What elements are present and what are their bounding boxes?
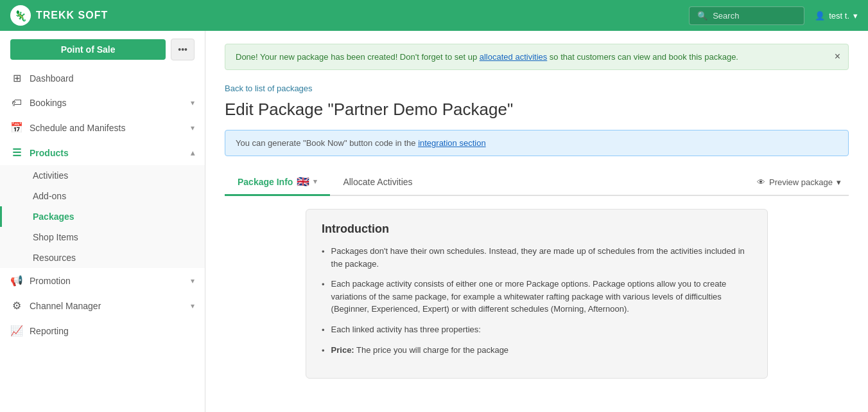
sidebar-subitem-addons[interactable]: Add-ons [0,186,205,206]
sidebar-subitem-shopitems[interactable]: Shop Items [0,227,205,247]
back-link[interactable]: Back to list of packages [225,84,313,93]
subitem-addons-label: Add-ons [33,191,66,201]
subitem-activities-label: Activities [33,170,68,181]
user-menu[interactable]: 👤 test t. ▾ [815,11,858,21]
tabs-bar: Package Info 🇬🇧 ▾ Allocate Activities 👁 … [225,169,849,196]
intro-item-3: Each linked activity has three propertie… [322,323,752,337]
search-box[interactable]: 🔍 Search [689,6,804,25]
products-chevron-icon: ▴ [191,148,195,157]
dashboard-icon: ⊞ [10,72,23,84]
intro-item-2: Each package activity consists of either… [322,278,752,316]
sidebar-item-reporting-label: Reporting [30,326,69,336]
content-area: Done! Your new package has been created!… [205,31,868,412]
channel-manager-icon: ⚙ [10,300,23,312]
intro-title: Introduction [322,222,752,236]
tabs-left: Package Info 🇬🇧 ▾ Allocate Activities [225,169,426,195]
page-title: Edit Package "Partner Demo Package" [225,100,849,120]
sidebar-item-reporting-left: 📈 Reporting [10,325,69,337]
intro-item-1: Packages don't have their own schedules.… [322,245,752,270]
integration-section-link[interactable]: integration section [418,138,486,148]
tab-allocate-activities[interactable]: Allocate Activities [330,169,425,196]
promotion-icon: 📢 [10,274,23,287]
sidebar-item-promotion-label: Promotion [30,276,71,286]
introduction-box: Introduction Packages don't have their o… [306,209,768,379]
sidebar-subitem-resources[interactable]: Resources [0,247,205,268]
search-label: Search [713,11,739,21]
products-submenu: Activities Add-ons Packages Shop Items R… [0,165,205,268]
main-layout: Point of Sale ••• ⊞ Dashboard 🏷 Bookings… [0,31,868,412]
promotion-chevron-icon: ▾ [191,276,195,285]
sidebar-item-schedule-left: 📅 Schedule and Manifests [10,121,125,134]
sidebar-item-dashboard[interactable]: ⊞ Dashboard [0,66,205,91]
user-icon: 👤 [815,11,825,21]
alert-close-button[interactable]: × [835,51,840,62]
info-box: You can generate "Book Now" button code … [225,130,849,156]
sidebar-item-promotion-left: 📢 Promotion [10,274,71,287]
sidebar-item-dashboard-label: Dashboard [30,73,74,84]
sidebar-item-bookings-label: Bookings [30,98,67,108]
navbar-right: 🔍 Search 👤 test t. ▾ [689,6,858,25]
subitem-resources-label: Resources [33,253,76,263]
intro-item-3-text: Each linked activity has three propertie… [331,323,481,337]
brand-name: TREKK SOFT [36,10,108,21]
sidebar-item-channel-manager[interactable]: ⚙ Channel Manager ▾ [0,293,205,318]
intro-item-4: Price: The price you will charge for the… [322,344,752,357]
products-icon: ☰ [10,147,23,159]
bookings-chevron-icon: ▾ [191,98,195,107]
reporting-icon: 📈 [10,325,23,337]
preview-package-button[interactable]: 👁 Preview package ▾ [749,174,849,191]
preview-package-label: Preview package [769,177,833,187]
price-description: The price you will charge for the packag… [354,345,508,355]
pos-button[interactable]: Point of Sale [10,39,166,60]
flag-icon: 🇬🇧 [297,175,309,188]
sidebar-subitem-packages[interactable]: Packages [0,206,205,227]
allocated-activities-link[interactable]: allocated activities [480,52,548,62]
info-text: You can generate "Book Now" button code … [236,138,486,148]
schedule-icon: 📅 [10,121,23,134]
intro-item-1-text: Packages don't have their own schedules.… [331,245,752,270]
sidebar-pos-section: Point of Sale ••• [10,39,195,60]
intro-list: Packages don't have their own schedules.… [322,245,752,357]
schedule-chevron-icon: ▾ [191,123,195,132]
intro-item-2-text: Each package activity consists of either… [331,278,752,316]
search-icon: 🔍 [697,11,707,21]
eye-icon: 👁 [757,177,765,187]
sidebar-item-products-left: ☰ Products [10,147,69,159]
tab-package-info[interactable]: Package Info 🇬🇧 ▾ [225,169,330,196]
sidebar-subitem-activities[interactable]: Activities [0,165,205,186]
sidebar-item-promotion[interactable]: 📢 Promotion ▾ [0,268,205,293]
sidebar-item-schedule-label: Schedule and Manifests [30,123,125,133]
subitem-packages-label: Packages [33,211,74,222]
sidebar-item-schedule[interactable]: 📅 Schedule and Manifests ▾ [0,115,205,140]
sidebar-item-products-label: Products [30,148,69,158]
success-alert: Done! Your new package has been created!… [225,44,849,70]
price-label: Price: [331,345,354,355]
intro-item-4-text: Price: The price you will charge for the… [331,344,509,357]
subitem-shopitems-label: Shop Items [33,232,78,242]
sidebar: Point of Sale ••• ⊞ Dashboard 🏷 Bookings… [0,31,205,412]
sidebar-item-bookings[interactable]: 🏷 Bookings ▾ [0,91,205,115]
pos-dots-button[interactable]: ••• [171,39,195,60]
sidebar-item-reporting[interactable]: 📈 Reporting [0,318,205,343]
brand-icon: 🦎 [10,5,31,26]
sidebar-item-dashboard-left: ⊞ Dashboard [10,72,74,84]
navbar: 🦎 TREKK SOFT 🔍 Search 👤 test t. ▾ [0,0,868,31]
sidebar-item-channel-manager-left: ⚙ Channel Manager [10,300,101,312]
sidebar-item-bookings-left: 🏷 Bookings [10,97,67,109]
preview-chevron-icon: ▾ [837,177,841,187]
package-info-tab-label: Package Info [238,177,293,187]
sidebar-item-products[interactable]: ☰ Products ▴ [0,140,205,165]
tab-chevron-icon: ▾ [313,177,317,186]
allocate-activities-tab-label: Allocate Activities [343,177,412,187]
user-chevron-icon: ▾ [853,11,858,21]
alert-text: Done! Your new package has been created!… [236,52,738,62]
sidebar-item-channel-manager-label: Channel Manager [30,301,101,311]
brand-logo: 🦎 TREKK SOFT [10,5,108,26]
user-label: test t. [829,11,849,21]
bookings-icon: 🏷 [10,97,23,109]
channel-manager-chevron-icon: ▾ [191,301,195,310]
